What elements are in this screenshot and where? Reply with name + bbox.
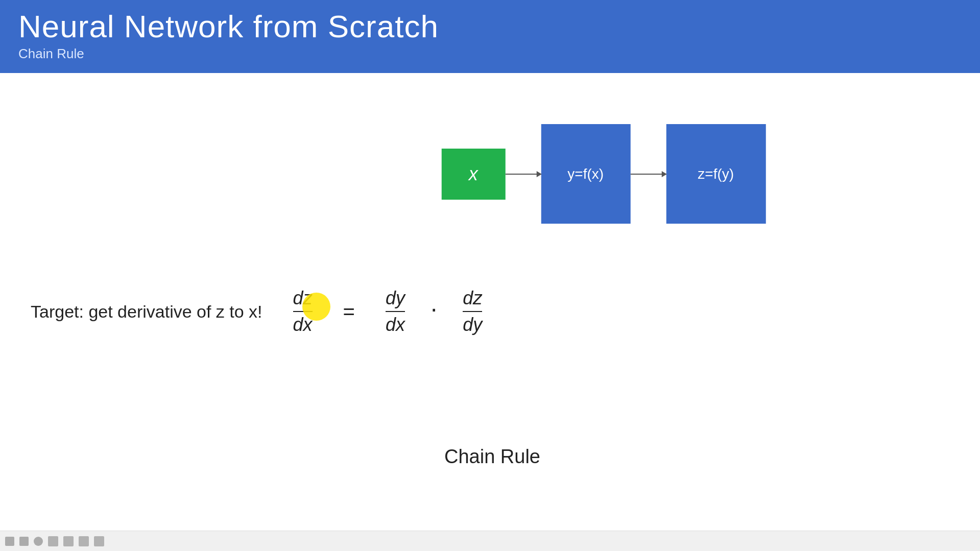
arrow-line-1: [505, 174, 541, 175]
cursor-highlight: [302, 293, 330, 321]
page-title: Neural Network from Scratch: [18, 9, 962, 44]
arrow-line-2: [630, 174, 666, 175]
arrow-2: [630, 174, 666, 175]
rhs1-numerator: dy: [386, 288, 405, 311]
target-text: Target: get derivative of z to x!: [31, 302, 262, 322]
eraser-icon[interactable]: [19, 537, 29, 546]
bottom-toolbar: [0, 531, 980, 551]
box-z: z=f(y): [666, 124, 766, 224]
chain-rule-label: Chain Rule: [444, 446, 540, 468]
page-subtitle: Chain Rule: [18, 46, 962, 62]
box-z-label: z=f(y): [698, 166, 734, 182]
rhs1-fraction: dy dx: [386, 288, 405, 336]
rhs2-denominator: dy: [463, 312, 482, 336]
shape-icon[interactable]: [34, 537, 43, 546]
lhs-fraction-wrapper: dz dx: [293, 288, 313, 336]
rhs1-denominator: dx: [386, 312, 405, 336]
zoom-in-icon[interactable]: [48, 536, 58, 546]
zoom-out-icon[interactable]: [63, 536, 74, 546]
rhs2-fraction: dz dy: [463, 288, 482, 336]
rhs2-numerator: dz: [463, 288, 482, 311]
header: Neural Network from Scratch Chain Rule: [0, 0, 980, 73]
box-y: y=f(x): [541, 124, 630, 224]
box-y-label: y=f(x): [567, 166, 604, 182]
formula-area: Target: get derivative of z to x! dz dx …: [31, 288, 949, 336]
box-x: x: [441, 149, 505, 200]
arrow-1: [505, 174, 541, 175]
pen-icon[interactable]: [5, 537, 14, 546]
equals-sign: =: [338, 300, 360, 323]
diagram-area: x y=f(x) z=f(y): [441, 124, 766, 224]
box-x-label: x: [469, 163, 478, 185]
settings-icon[interactable]: [94, 536, 104, 546]
main-content: x y=f(x) z=f(y) Target: get derivative o…: [0, 73, 980, 535]
multiply-dot: ·: [431, 297, 437, 321]
formula-container: dz dx = dy dx · dz dy: [293, 288, 483, 336]
screenshot-icon[interactable]: [79, 536, 89, 546]
